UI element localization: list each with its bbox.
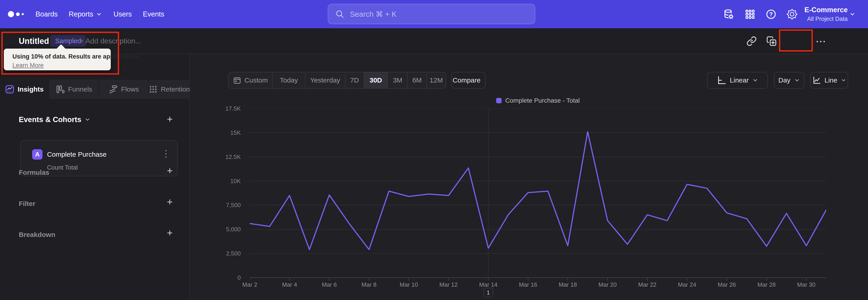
search-input[interactable]: Search ⌘ + K (328, 4, 535, 24)
add-filter-button[interactable]: + (164, 197, 175, 207)
x-axis-tick-label: Mar 4 (274, 281, 305, 288)
range-30d[interactable]: 30D (364, 72, 388, 88)
chevron-down-icon (85, 117, 90, 123)
x-axis-tick-label: Mar 2 (234, 281, 266, 288)
x-axis-tick-label: Mar 12 (433, 281, 464, 288)
interval-select[interactable]: Day (774, 72, 804, 89)
range-custom[interactable]: Custom (228, 72, 272, 88)
tab-funnels[interactable]: Funnels (49, 80, 98, 99)
range-7d[interactable]: 7D (345, 72, 364, 88)
query-builder-panel: Insights Funnels Flows Re (0, 54, 190, 300)
top-nav: Boards Reports Users Events Search ⌘ + K… (0, 0, 868, 28)
event-name[interactable]: Complete Purchase (47, 151, 106, 158)
x-axis-tick-label: Mar 16 (512, 281, 544, 288)
duplicate-icon[interactable] (766, 28, 777, 54)
compare-button[interactable]: Compare (451, 72, 486, 89)
breakdown-section: Breakdown + (0, 229, 190, 243)
chevron-down-icon (794, 77, 800, 83)
svg-text:?: ? (769, 11, 773, 17)
range-today[interactable]: Today (272, 72, 305, 88)
linear-axis-icon (717, 76, 726, 85)
funnels-icon (55, 85, 65, 94)
add-formula-button[interactable]: + (164, 166, 175, 176)
add-breakdown-button[interactable]: + (164, 228, 175, 238)
y-axis-tick-label: 17.5K (195, 105, 241, 112)
mixpanel-app: Boards Reports Users Events Search ⌘ + K… (0, 0, 868, 300)
line-chart: 02,5005,0007,50010K12.5K15K17.5KMar 2Mar… (250, 109, 826, 287)
chart-type-select[interactable]: Line (810, 72, 848, 89)
formulas-label: Formulas (19, 169, 49, 176)
retention-icon (149, 85, 158, 94)
more-actions-icon[interactable]: ⋯ (815, 28, 827, 54)
page-indicator[interactable]: 1 (484, 288, 493, 297)
add-event-button[interactable]: + (164, 114, 175, 124)
mixpanel-logo-icon[interactable] (8, 0, 24, 28)
share-link-icon[interactable] (746, 28, 757, 54)
x-axis-tick-label: Mar 28 (751, 281, 782, 288)
x-axis-tick-label: Mar 24 (671, 281, 703, 288)
line-chart-icon (812, 76, 821, 85)
project-scope: All Project Data (807, 16, 848, 22)
x-axis-tick-label: Mar 30 (790, 281, 822, 288)
data-management-icon[interactable] (723, 0, 734, 28)
x-axis-tick-label: Mar 20 (592, 281, 623, 288)
learn-more-link[interactable]: Learn More (12, 62, 43, 69)
x-axis-tick-label: Mar 26 (711, 281, 743, 288)
legend-swatch (496, 98, 502, 103)
nav-events[interactable]: Events (143, 0, 164, 28)
nav-boards[interactable]: Boards (35, 0, 58, 28)
range-6m[interactable]: 6M (407, 72, 426, 88)
events-cohorts-label[interactable]: Events & Cohorts (19, 115, 90, 124)
report-header: Untitled Sampled + Add description... ⋯ (0, 28, 868, 54)
range-12m[interactable]: 12M (426, 72, 446, 88)
project-name: E-Commerce (804, 6, 848, 14)
sampling-tooltip: Using 10% of data. Results are approxima… (4, 49, 111, 70)
date-range-control: Custom Today Yesterday 7D 30D 3M 6M 12M (228, 72, 446, 89)
apps-grid-icon[interactable] (745, 0, 755, 28)
flows-icon (108, 85, 118, 94)
insights-icon (5, 85, 14, 94)
x-axis-tick-label: Mar 6 (313, 281, 345, 288)
y-axis-tick-label: 5,000 (195, 226, 241, 233)
x-axis-tick-label: Mar 8 (353, 281, 385, 288)
range-yesterday[interactable]: Yesterday (305, 72, 345, 88)
x-axis-tick-label: Mar 18 (552, 281, 584, 288)
tab-insights[interactable]: Insights (0, 80, 49, 99)
tab-retention[interactable]: Retention (148, 80, 190, 99)
search-placeholder: Search ⌘ + K (350, 10, 397, 19)
search-icon (335, 9, 344, 19)
report-tabbar: Insights Funnels Flows Re (0, 80, 190, 99)
filter-label: Filter (19, 200, 35, 208)
project-switcher[interactable]: E-Commerce All Project Data (796, 0, 848, 28)
y-axis-tick-label: 7,500 (195, 202, 241, 209)
tooltip-text: Using 10% of data. Results are approxima… (12, 53, 111, 60)
events-cohorts-header: Events & Cohorts + (0, 115, 190, 127)
chevron-down-icon (96, 11, 102, 17)
legend-series-label: Complete Purchase - Total (505, 97, 580, 104)
x-axis-tick-label: Mar 22 (631, 281, 663, 288)
series-line (250, 132, 826, 249)
chart-canvas[interactable] (250, 109, 826, 287)
breakdown-label: Breakdown (19, 231, 55, 239)
chart-panel: Custom Today Yesterday 7D 30D 3M 6M 12M … (190, 54, 868, 300)
scale-select[interactable]: Linear (707, 72, 768, 89)
y-axis-tick-label: 0 (195, 274, 241, 281)
calendar-icon (233, 76, 241, 84)
filter-section: Filter + (0, 198, 190, 212)
event-kebab-menu-icon[interactable]: ⋮ (161, 148, 170, 159)
y-axis-tick-label: 2,500 (195, 250, 241, 257)
nav-reports[interactable]: Reports (69, 0, 102, 28)
formulas-section: Formulas + (0, 167, 190, 180)
tab-flows[interactable]: Flows (98, 80, 148, 99)
y-axis-tick-label: 10K (195, 177, 241, 184)
range-3m[interactable]: 3M (388, 72, 407, 88)
chevron-down-icon (752, 77, 758, 83)
event-letter-badge: A (32, 149, 42, 160)
y-axis-tick-label: 15K (195, 129, 241, 136)
nav-users[interactable]: Users (114, 0, 132, 28)
chevron-down-icon (841, 77, 846, 83)
project-chevron-down-icon[interactable] (849, 0, 855, 28)
help-icon[interactable]: ? (766, 0, 776, 28)
x-axis-tick-label: Mar 10 (393, 281, 425, 288)
x-axis-tick-label: Mar 14 (472, 281, 504, 288)
